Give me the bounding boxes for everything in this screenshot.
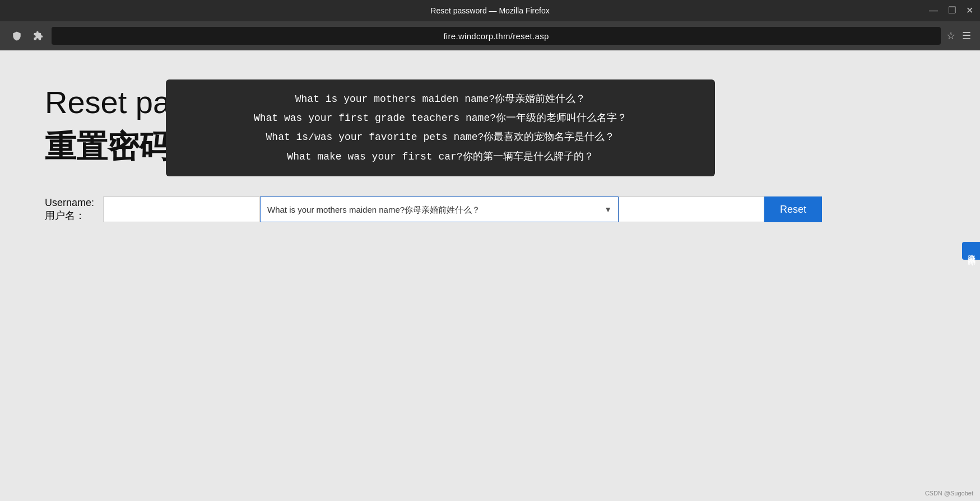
reset-button[interactable]: Reset	[764, 196, 822, 222]
restore-button[interactable]: ❐	[948, 6, 956, 15]
url-text: fire.windcorp.thm/reset.asp	[443, 31, 549, 41]
minimize-button[interactable]: —	[929, 6, 938, 15]
bookmark-icon[interactable]: ☆	[946, 30, 955, 42]
dropdown-item-3[interactable]: What is/was your favorite pets name?你最喜欢…	[182, 128, 699, 147]
watermark: CSDN @Sugobet	[925, 490, 973, 497]
dropdown-item-1[interactable]: What is your mothers maiden name?你母亲婚前姓什…	[182, 90, 699, 109]
address-bar[interactable]: fire.windcorp.thm/reset.asp	[52, 27, 941, 45]
page-content: Reset password 重置密码 Username: 用户名： What …	[0, 50, 980, 501]
shield-icon[interactable]	[9, 28, 25, 44]
titlebar-title: Reset password — Mozilla Firefox	[430, 6, 549, 15]
nav-right-icons: ☆ ☰	[946, 30, 971, 42]
close-button[interactable]: ✕	[966, 6, 973, 15]
username-label: Username: 用户名：	[45, 197, 94, 222]
dropdown-item-4[interactable]: What make was your first car?你的第一辆车是什么牌子…	[182, 147, 699, 166]
menu-icon[interactable]: ☰	[962, 30, 971, 42]
dropdown-tooltip: What is your mothers maiden name?你母亲婚前姓什…	[166, 79, 715, 176]
answer-input[interactable]	[619, 196, 764, 222]
security-question-select[interactable]: What is your mothers maiden name?你母亲婚前姓什…	[260, 196, 619, 222]
username-input[interactable]	[103, 196, 260, 222]
security-question-wrapper: What is your mothers maiden name?你母亲婚前姓什…	[260, 196, 619, 222]
username-label-en: Username:	[45, 197, 94, 209]
extension-icon[interactable]	[30, 28, 46, 44]
titlebar: Reset password — Mozilla Firefox — ❐ ✕	[0, 0, 980, 21]
dropdown-item-2[interactable]: What was your first grade teachers name?…	[182, 109, 699, 128]
form-row: Username: 用户名： What is your mothers maid…	[45, 196, 935, 222]
navbar: fire.windcorp.thm/reset.asp ☆ ☰	[0, 21, 980, 50]
username-label-zh: 用户名：	[45, 209, 94, 222]
titlebar-controls: — ❐ ✕	[929, 6, 973, 15]
side-translation-widget[interactable]: 腾讯翻译	[962, 242, 980, 260]
